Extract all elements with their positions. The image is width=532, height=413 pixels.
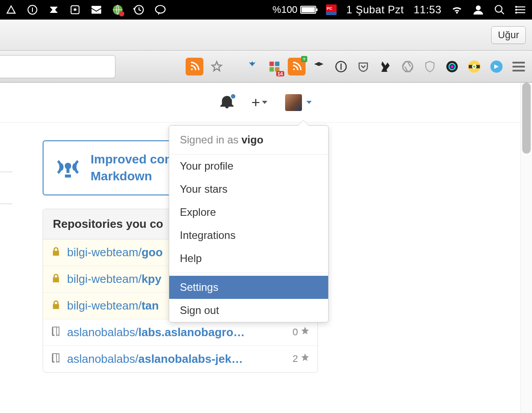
onepassword-extension-icon[interactable] bbox=[332, 58, 350, 75]
menubar-time[interactable]: 11:53 bbox=[413, 4, 441, 16]
broadcast-icon bbox=[56, 155, 80, 181]
svg-point-29 bbox=[473, 65, 476, 68]
svg-point-13 bbox=[515, 12, 517, 13]
browser-menu-icon[interactable] bbox=[510, 58, 528, 75]
address-bar[interactable] bbox=[0, 55, 115, 78]
svg-rect-1 bbox=[32, 8, 33, 12]
svg-point-31 bbox=[66, 164, 70, 168]
window-titlebar: Uğur bbox=[0, 20, 532, 51]
svg-point-11 bbox=[515, 6, 517, 8]
dropdown-item-settings[interactable]: Settings bbox=[169, 276, 328, 299]
chat-icon[interactable] bbox=[155, 4, 166, 16]
create-new-button[interactable]: + bbox=[251, 94, 267, 111]
dropdown-item-help[interactable]: Help bbox=[169, 247, 328, 270]
buffer-extension-icon[interactable] bbox=[310, 58, 328, 75]
svg-point-19 bbox=[293, 68, 295, 70]
svg-rect-21 bbox=[341, 64, 341, 70]
repo-link[interactable]: aslanobalabs/labs.aslanobagro… bbox=[67, 326, 286, 339]
extension-icon-3[interactable] bbox=[377, 58, 394, 75]
macos-menubar: %100 1 Şubat Pzt 11:53 bbox=[0, 0, 532, 20]
time-machine-icon[interactable] bbox=[133, 4, 145, 16]
github-header: + bbox=[0, 83, 532, 123]
dropdown-item-explore[interactable]: Explore bbox=[169, 201, 328, 224]
browser-toolbar: 14 + bbox=[0, 51, 532, 83]
rss-add-extension-icon[interactable]: + bbox=[288, 58, 306, 75]
dropdown-item-profile[interactable]: Your profile bbox=[169, 155, 328, 178]
menubar-date[interactable]: 1 Şubat Pzt bbox=[346, 4, 404, 16]
announcement-text: Improved com Markdown bbox=[91, 151, 175, 185]
scrollbar-thumb[interactable] bbox=[522, 83, 531, 154]
pocket-extension-icon[interactable] bbox=[354, 58, 372, 75]
bookmark-icon[interactable] bbox=[69, 4, 81, 16]
dropdown-item-integrations[interactable]: Integrations bbox=[169, 224, 328, 247]
extension-icon-1[interactable] bbox=[243, 58, 261, 75]
svg-point-7 bbox=[495, 5, 502, 12]
mail-icon[interactable] bbox=[91, 4, 102, 16]
user-account-icon[interactable] bbox=[472, 4, 484, 16]
dropdown-item-signout[interactable]: Sign out bbox=[169, 299, 328, 322]
repo-stars: 0 bbox=[293, 326, 310, 338]
svg-rect-8 bbox=[516, 6, 525, 7]
bookmark-star-icon[interactable] bbox=[208, 58, 226, 75]
notification-center-icon[interactable] bbox=[515, 4, 527, 16]
dropdown-separator bbox=[169, 273, 328, 273]
password-manager-icon[interactable] bbox=[27, 4, 38, 16]
battery-icon bbox=[300, 6, 316, 14]
caret-down-icon bbox=[306, 101, 312, 104]
globe-status-icon[interactable] bbox=[112, 4, 123, 16]
repo-row[interactable]: aslanobalabs/aslanobalabs-jek… 2 bbox=[43, 346, 318, 372]
app-icon-1[interactable] bbox=[48, 4, 60, 16]
user-dropdown-menu: Signed in as vigo Your profile Your star… bbox=[169, 125, 329, 322]
cloud-drive-icon[interactable] bbox=[5, 4, 17, 16]
shield-extension-icon[interactable] bbox=[421, 58, 439, 75]
profile-name-button[interactable]: Uğur bbox=[491, 26, 526, 44]
svg-point-25 bbox=[451, 65, 454, 68]
wifi-icon[interactable] bbox=[451, 4, 463, 16]
aperture-extension-icon[interactable] bbox=[399, 58, 417, 75]
notification-dot-icon bbox=[230, 93, 236, 99]
rss-extension-icon[interactable] bbox=[186, 58, 203, 75]
svg-point-5 bbox=[155, 5, 165, 13]
extension-icon-4[interactable] bbox=[488, 58, 505, 75]
repo-link[interactable]: aslanobalabs/aslanobalabs-jek… bbox=[67, 352, 286, 366]
svg-point-14 bbox=[191, 68, 193, 70]
battery-indicator[interactable]: %100 bbox=[273, 4, 316, 16]
page-scrollbar[interactable] bbox=[520, 83, 532, 413]
dropdown-signed-in: Signed in as vigo bbox=[169, 126, 328, 155]
svg-rect-16 bbox=[275, 61, 279, 66]
repo-row[interactable]: aslanobalabs/labs.aslanobagro… 0 bbox=[43, 319, 318, 346]
input-source-flag-icon[interactable] bbox=[326, 4, 337, 15]
svg-point-12 bbox=[515, 9, 517, 11]
dropdown-item-stars[interactable]: Your stars bbox=[169, 178, 328, 201]
repo-icon bbox=[51, 326, 61, 339]
star-icon bbox=[301, 353, 310, 365]
minion-extension-icon[interactable] bbox=[465, 58, 483, 75]
repo-stars: 2 bbox=[293, 353, 310, 365]
svg-rect-9 bbox=[516, 9, 525, 10]
svg-point-6 bbox=[476, 5, 481, 10]
extension-badge: 14 bbox=[276, 71, 284, 76]
lock-icon bbox=[51, 246, 61, 259]
svg-rect-17 bbox=[270, 67, 274, 71]
avatar-icon bbox=[285, 94, 302, 111]
battery-percent-label: %100 bbox=[273, 4, 298, 16]
spotlight-search-icon[interactable] bbox=[494, 4, 505, 16]
star-icon bbox=[301, 326, 310, 338]
left-rail bbox=[0, 171, 12, 235]
lock-icon bbox=[51, 272, 61, 286]
notifications-button[interactable] bbox=[220, 95, 234, 110]
caret-down-icon bbox=[262, 101, 267, 104]
svg-rect-10 bbox=[516, 12, 525, 13]
lock-icon bbox=[51, 299, 61, 313]
camera-extension-icon[interactable] bbox=[443, 58, 461, 75]
repo-icon bbox=[51, 352, 61, 366]
svg-rect-15 bbox=[270, 61, 274, 66]
user-menu-button[interactable] bbox=[285, 94, 312, 111]
page-content: + Improved com Markdown Repositories you… bbox=[0, 83, 532, 413]
extension-icon-2[interactable]: 14 bbox=[266, 58, 283, 75]
